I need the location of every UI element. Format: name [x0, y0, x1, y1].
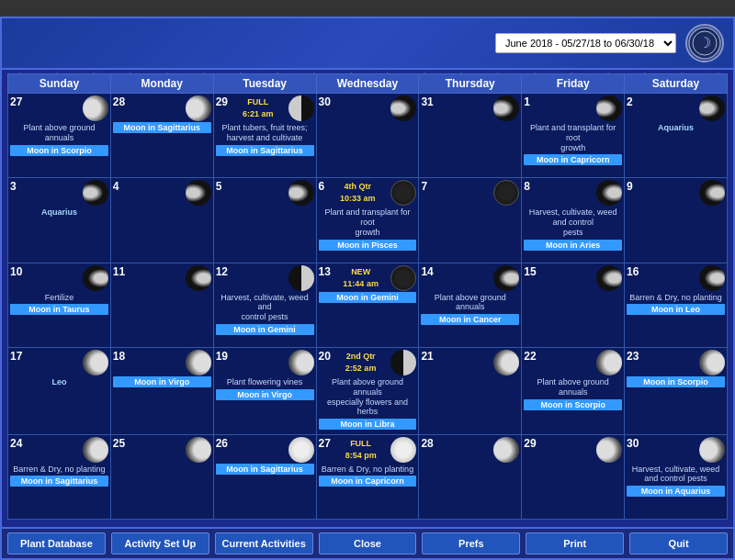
- day-num-w4-d1[interactable]: 25: [113, 437, 125, 450]
- moon-bar-w3-d6[interactable]: Moon in Scorpio: [627, 376, 725, 387]
- cell-w0-d2: 29FULL 6:21 amPlant tubers, fruit trees;…: [213, 94, 316, 178]
- moon-bar-w2-d6[interactable]: Moon in Leo: [627, 304, 725, 315]
- moon-bar-w4-d6[interactable]: Moon in Aquarius: [627, 486, 725, 497]
- day-num-w2-d5[interactable]: 15: [524, 265, 536, 278]
- phase-label-w4-d3: FULL 8:54 pm: [345, 439, 377, 460]
- moon-bar-w1-d0[interactable]: Aquarius: [10, 207, 108, 218]
- moon-bar-w3-d1[interactable]: Moon in Virgo: [113, 376, 211, 387]
- cell-header-w1-d5: 8: [524, 180, 622, 206]
- week-row-2: 10FertilizeMoon in Taurus1112Harvest, cu…: [8, 263, 728, 347]
- day-num-w2-d1[interactable]: 11: [113, 265, 125, 278]
- moon-bar-w3-d2[interactable]: Moon in Virgo: [216, 389, 314, 400]
- moon-bar-w0-d2[interactable]: Moon in Sagittarius: [216, 145, 314, 156]
- day-num-w3-d3[interactable]: 20: [319, 350, 331, 363]
- cell-w0-d4: 31: [419, 94, 522, 178]
- activity-w0-d0: Plant above ground annuals: [10, 123, 108, 143]
- moon-phase-w4-d5: [596, 437, 622, 463]
- cell-w1-d6: 9: [625, 178, 728, 263]
- day-num-w2-d0[interactable]: 10: [10, 265, 22, 278]
- moon-bar-w2-d2[interactable]: Moon in Gemini: [216, 324, 314, 335]
- moon-bar-w0-d1[interactable]: Moon in Sagittarius: [113, 122, 211, 133]
- day-num-w2-d4[interactable]: 14: [421, 265, 433, 278]
- cell-w2-d1: 11: [110, 263, 213, 347]
- day-num-w2-d3[interactable]: 13: [319, 265, 331, 278]
- day-num-w3-d5[interactable]: 22: [524, 350, 536, 363]
- moon-bar-w1-d5[interactable]: Moon in Aries: [524, 240, 622, 251]
- app-container: June 2018 - 05/27/18 to 06/30/18 ☽ Sunda…: [0, 17, 735, 560]
- moon-phase-w3-d3: [390, 350, 416, 375]
- moon-bar-w0-d5[interactable]: Moon in Capricorn: [524, 154, 622, 165]
- cell-header-w3-d4: 21: [421, 350, 519, 375]
- date-range-select[interactable]: June 2018 - 05/27/18 to 06/30/18: [495, 33, 676, 53]
- activity-w2-d4: Plant above ground annuals: [421, 293, 519, 313]
- dow-saturday: Saturday: [625, 74, 728, 94]
- cell-w4-d0: 24Barren & Dry, no plantingMoon in Sagit…: [8, 434, 111, 519]
- day-num-w0-d3[interactable]: 30: [319, 95, 331, 108]
- day-num-w4-d6[interactable]: 30: [627, 437, 639, 450]
- cell-w2-d3: 13NEW 11:44 amMoon in Gemini: [316, 263, 419, 347]
- day-num-w4-d5[interactable]: 29: [524, 437, 536, 450]
- cell-header-w2-d1: 11: [113, 265, 211, 291]
- cell-w2-d5: 15: [522, 263, 625, 347]
- day-num-w1-d2[interactable]: 5: [216, 180, 222, 193]
- cell-w3-d4: 21: [419, 348, 522, 435]
- day-num-w1-d6[interactable]: 9: [627, 180, 633, 193]
- day-num-w3-d6[interactable]: 23: [627, 350, 639, 363]
- moon-bar-w3-d0[interactable]: Leo: [10, 376, 108, 387]
- day-num-w0-d6[interactable]: 2: [627, 95, 633, 108]
- day-num-w2-d6[interactable]: 16: [627, 265, 639, 278]
- footer-btn-plant-database[interactable]: Plant Database: [7, 532, 106, 554]
- cell-header-w0-d1: 28: [113, 95, 211, 121]
- footer-btn-close[interactable]: Close: [319, 532, 417, 554]
- footer-btn-activity-set-up[interactable]: Activity Set Up: [111, 532, 209, 554]
- activity-w4-d6: Harvest, cultivate, weed and control pes…: [627, 465, 725, 485]
- moon-bar-w1-d3[interactable]: Moon in Pisces: [319, 240, 417, 251]
- day-num-w4-d4[interactable]: 28: [421, 437, 433, 450]
- cell-w0-d6: 2Aquarius: [625, 94, 728, 178]
- moon-bar-w3-d3[interactable]: Moon in Libra: [319, 419, 417, 430]
- day-num-w0-d5[interactable]: 1: [524, 95, 530, 108]
- moon-bar-w2-d0[interactable]: Moon in Taurus: [10, 304, 108, 315]
- moon-bar-w0-d6[interactable]: Aquarius: [627, 122, 725, 133]
- activity-w1-d3: Plant and transplant for root growth: [319, 207, 417, 237]
- day-num-w3-d0[interactable]: 17: [10, 350, 22, 363]
- cell-header-w4-d6: 30: [627, 437, 725, 463]
- moon-phase-w3-d5: [596, 350, 622, 375]
- week-row-4: 24Barren & Dry, no plantingMoon in Sagit…: [8, 434, 728, 519]
- day-num-w1-d1[interactable]: 4: [113, 180, 119, 193]
- footer-btn-print[interactable]: Print: [526, 532, 624, 554]
- day-num-w1-d5[interactable]: 8: [524, 180, 530, 193]
- week-row-3: 17Leo18Moon in Virgo19Plant flowering vi…: [8, 348, 728, 435]
- day-num-w0-d2[interactable]: 29: [216, 95, 228, 108]
- cell-header-w0-d3: 30: [319, 95, 417, 121]
- day-num-w4-d0[interactable]: 24: [10, 437, 22, 450]
- day-num-w1-d4[interactable]: 7: [421, 180, 427, 193]
- cell-w2-d6: 16Barren & Dry, no plantingMoon in Leo: [625, 263, 728, 347]
- cell-header-w1-d4: 7: [421, 180, 519, 206]
- cell-w3-d3: 202nd Qtr 2:52 amPlant above ground annu…: [316, 348, 419, 435]
- day-num-w0-d1[interactable]: 28: [113, 95, 125, 108]
- day-num-w0-d4[interactable]: 31: [421, 95, 433, 108]
- day-num-w3-d4[interactable]: 21: [421, 350, 433, 363]
- moon-bar-w4-d0[interactable]: Moon in Sagittarius: [10, 476, 108, 487]
- moon-bar-w2-d4[interactable]: Moon in Cancer: [421, 314, 519, 325]
- day-num-w3-d1[interactable]: 18: [113, 350, 125, 363]
- moon-bar-w4-d2[interactable]: Moon in Sagittarius: [216, 464, 314, 475]
- cell-header-w4-d2: 26: [216, 437, 314, 463]
- moon-bar-w3-d5[interactable]: Moon in Scorpio: [524, 399, 622, 410]
- footer-btn-quit[interactable]: Quit: [629, 532, 728, 554]
- day-num-w0-d0[interactable]: 27: [10, 95, 22, 108]
- day-num-w1-d3[interactable]: 6: [319, 180, 325, 193]
- day-num-w4-d2[interactable]: 26: [216, 437, 228, 450]
- day-num-w4-d3[interactable]: 27: [319, 437, 331, 450]
- cell-header-w1-d0: 3: [10, 180, 108, 206]
- moon-bar-w0-d0[interactable]: Moon in Scorpio: [10, 145, 108, 156]
- day-num-w2-d2[interactable]: 12: [216, 265, 228, 278]
- day-num-w1-d0[interactable]: 3: [10, 180, 17, 193]
- footer-btn-prefs[interactable]: Prefs: [422, 532, 520, 554]
- moon-phase-w1-d3: [390, 180, 416, 206]
- moon-bar-w4-d3[interactable]: Moon in Capricorn: [319, 476, 417, 487]
- footer-btn-current-activities[interactable]: Current Activities: [215, 532, 313, 554]
- day-num-w3-d2[interactable]: 19: [216, 350, 228, 363]
- moon-bar-w2-d3[interactable]: Moon in Gemini: [319, 292, 417, 303]
